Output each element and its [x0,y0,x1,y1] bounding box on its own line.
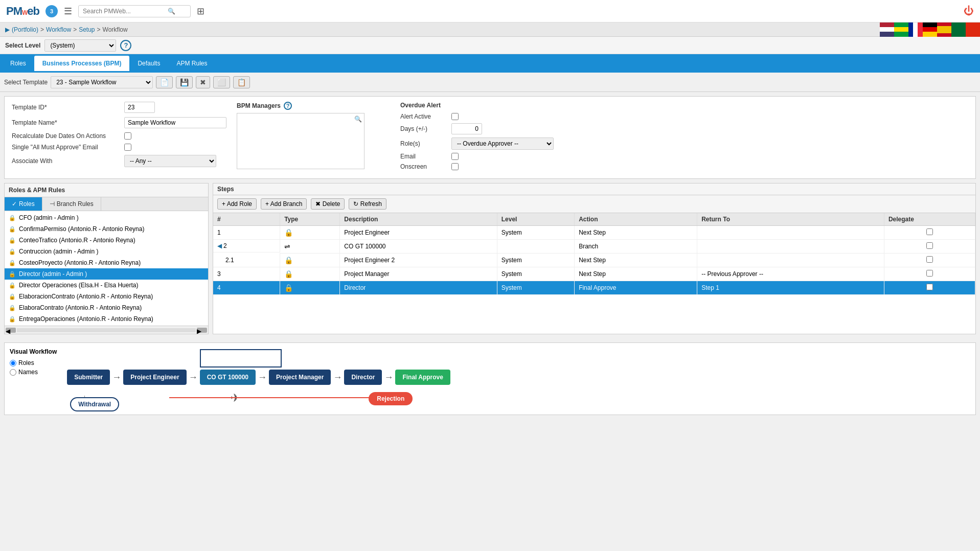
role-item[interactable]: 🔒Contruccion (admin - Admin ) [5,246,208,257]
step-type-icon: 🔒 [284,228,293,237]
vw-names-label: Names [18,369,38,376]
level-bar: Select Level (System) ? [0,37,980,54]
flag-fr[interactable] [908,22,923,37]
scroll-right[interactable]: ▶ [197,328,207,333]
breadcrumb-sep2: > [73,26,77,33]
cancel-button[interactable]: ✖ [196,76,210,88]
cell-return [697,240,884,254]
new-button[interactable]: 📄 [156,76,173,88]
level-select[interactable]: (System) [44,39,116,52]
add-role-button[interactable]: + Add Role [217,198,257,210]
expand-button[interactable]: ⬜ [213,76,230,88]
recalculate-label: Recalculate Due Dates On Actions [12,132,124,140]
help-button[interactable]: ? [120,40,131,51]
vw-names-radio[interactable] [10,369,16,376]
tab-bpm[interactable]: Business Processes (BPM) [34,56,130,71]
refresh-button[interactable]: ↻ Refresh [349,198,386,210]
cell-type: 🔒 [280,254,340,267]
expand-icon[interactable]: ◀ [217,242,222,249]
role-item[interactable]: 🔒EntregaOperaciones (Antonio.R - Antonio… [5,313,208,325]
breadcrumb-sep1: > [40,26,44,33]
branch-box [200,349,282,368]
table-row[interactable]: ◀ 2 ⇌ CO GT 100000 Branch [213,240,975,254]
delete-button[interactable]: ✖ Delete [311,198,345,210]
tab-branch-rules[interactable]: ⊣ Branch Rules [42,197,101,211]
arrow-1: → [112,372,121,383]
grid-icon[interactable]: ⊞ [197,6,204,17]
bpm-search-icon[interactable]: 🔍 [354,116,362,123]
flag-es[interactable] [937,22,951,37]
scroll-left[interactable]: ◀ [6,328,16,333]
template-select[interactable]: 23 - Sample Workflow [51,76,153,88]
recalculate-checkbox[interactable] [124,132,131,140]
lock-icon: 🔒 [9,215,16,221]
roles-select[interactable]: -- Overdue Approver -- [451,137,554,150]
table-row[interactable]: 1 🔒 Project Engineer System Next Step [213,226,975,240]
flag-us[interactable] [880,22,894,37]
cell-delegate [884,254,975,267]
delegate-checkbox[interactable] [926,284,933,290]
alert-active-checkbox[interactable] [451,113,459,120]
table-row[interactable]: 3 🔒 Project Manager System Next Step -- … [213,267,975,281]
template-id-input[interactable] [124,102,155,113]
save-button[interactable]: 💾 [176,76,193,88]
onscreen-label: Onscreen [400,163,451,170]
template-name-input[interactable] [124,117,226,128]
bpm-managers-area[interactable]: 🔍 [237,113,364,169]
cell-return: -- Previous Approver -- [697,267,884,281]
breadcrumb-portfolio[interactable]: (Portfolio) [12,26,38,33]
search-bar[interactable]: 🔍 [78,5,191,17]
overdue-title: Overdue Alert [400,102,968,109]
flag-de[interactable] [923,22,937,37]
steps-panel: Steps + Add Role + Add Branch ✖ Delete ↻… [213,183,976,334]
vw-names-option[interactable]: Names [10,369,57,376]
tab-apm-rules[interactable]: APM Rules [168,56,215,71]
vw-roles-radio[interactable] [10,360,16,366]
lock-icon: 🔒 [9,237,16,244]
onscreen-checkbox[interactable] [451,163,459,170]
role-item[interactable]: 🔒ElaboracionContrato (Antonio.R - Antoni… [5,291,208,302]
bpm-help-icon[interactable]: ? [284,102,292,110]
flag-br[interactable] [894,22,908,37]
associate-row: Associate With -- Any -- [12,155,226,167]
cell-return [697,254,884,267]
role-item[interactable]: 🔒ConteoTrafico (Antonio.R - Antonio Reyn… [5,235,208,246]
tab-roles[interactable]: Roles [2,56,34,71]
add-branch-button[interactable]: + Add Branch [261,198,307,210]
search-input[interactable] [83,8,165,15]
lock-icon: 🔒 [9,305,16,311]
hamburger-menu[interactable]: ☰ [64,6,72,17]
email-checkbox[interactable] [451,153,459,160]
delegate-checkbox[interactable] [926,270,933,277]
delegate-checkbox[interactable] [926,228,933,235]
horizontal-scrollbar[interactable]: ◀ ▶ [5,326,208,334]
bpm-section: BPM Managers ? 🔍 [237,102,390,173]
breadcrumb-setup[interactable]: Setup [79,26,95,33]
flag-sa[interactable] [951,22,966,37]
associate-select[interactable]: -- Any -- [124,155,216,167]
vw-roles-option[interactable]: Roles [10,359,57,366]
role-item[interactable]: 🔒ElaboraContrato (Antonio.R - Antonio Re… [5,302,208,313]
role-item-selected[interactable]: 🔒Director (admin - Admin ) [5,268,208,280]
days-input[interactable] [451,123,482,134]
table-row[interactable]: 2.1 🔒 Project Engineer 2 System Next Ste… [213,254,975,267]
copy-button[interactable]: 📋 [233,76,250,88]
delegate-checkbox[interactable] [926,256,933,263]
col-delegate: Delegate [884,213,975,226]
breadcrumb-workflow[interactable]: Workflow [46,26,71,33]
role-item[interactable]: 🔒CFO (admin - Admin ) [5,212,208,223]
role-item[interactable]: 🔒CosteoProyecto (Antonio.R - Antonio Rey… [5,257,208,268]
branch-indicator: ✈ [231,392,240,405]
lock-icon: 🔒 [9,226,16,233]
delegate-checkbox[interactable] [926,242,933,249]
lock-icon: 🔒 [9,293,16,300]
breadcrumb-row: ▶ (Portfolio) > Workflow > Setup > Workf… [0,22,980,37]
table-row-selected[interactable]: 4 🔒 Director System Final Approve Step 1 [213,281,975,295]
role-item[interactable]: 🔒ConfirmaPermiso (Antonio.R - Antonio Re… [5,223,208,235]
flag-cn[interactable] [966,22,980,37]
tab-defaults[interactable]: Defaults [129,56,168,71]
single-approve-checkbox[interactable] [124,144,131,151]
tab-roles-list[interactable]: ✓ Roles [5,197,42,211]
power-button[interactable]: ⏻ [964,5,974,17]
role-item[interactable]: 🔒Director Operaciones (Elsa.H - Elsa Hue… [5,280,208,291]
